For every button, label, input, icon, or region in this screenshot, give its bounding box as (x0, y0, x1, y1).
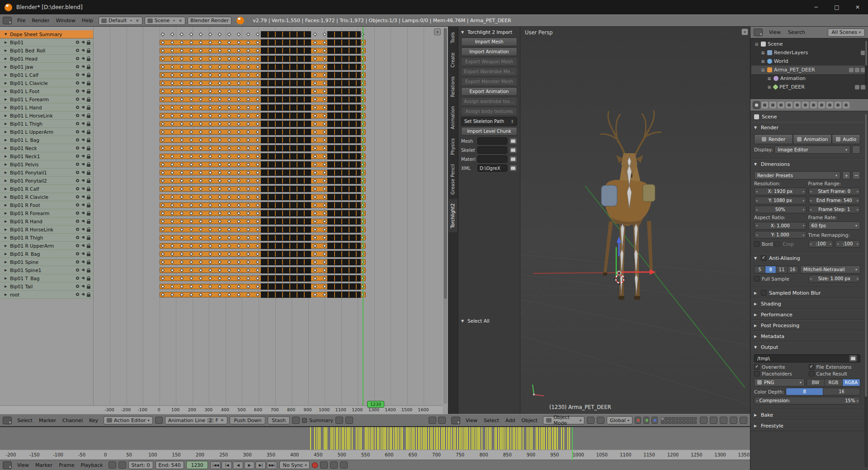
keyframe-diamond[interactable] (246, 293, 250, 296)
keyframe-diamond[interactable] (199, 81, 203, 85)
keyframe-diamond[interactable] (218, 49, 222, 52)
keyframe-diamond[interactable] (227, 163, 231, 166)
keyframe-diamond[interactable] (237, 293, 241, 296)
keyframe-diamond[interactable] (246, 146, 250, 150)
anti-aliasing-checkbox[interactable] (761, 255, 766, 261)
keyframe-diamond[interactable] (246, 57, 250, 61)
keyframe-diamond[interactable] (170, 228, 174, 231)
display-dropdown[interactable]: Image Editor ▾ (774, 146, 850, 154)
screen-layout-selector[interactable]: Default ＋ ✕ (99, 17, 142, 25)
keyframe-diamond[interactable] (161, 220, 165, 223)
start-frame-field[interactable]: Start: 0 (128, 461, 153, 469)
audio-button[interactable]: Audio (832, 134, 860, 144)
keyframe-diamond[interactable] (180, 98, 184, 101)
restrict-view-icon[interactable] (849, 68, 854, 72)
lock-icon[interactable] (87, 115, 90, 118)
channel-row[interactable]: ▶Bip01 L Clavicle (0, 79, 93, 87)
timeline-playhead[interactable] (572, 427, 573, 460)
keyframe-diamond[interactable] (170, 277, 174, 280)
keyframe-diamond[interactable] (237, 89, 241, 93)
render-presets-dropdown[interactable]: Render Presets ▾ (754, 171, 840, 179)
channel-row[interactable]: ▶Bip01 R UpperArm (0, 242, 93, 250)
tab-animation[interactable]: Animation (448, 102, 458, 133)
tab-render-layers-icon[interactable] (761, 102, 768, 108)
keyframe-diamond[interactable] (246, 49, 250, 52)
keyframe-diamond[interactable] (180, 41, 184, 44)
layer-dot[interactable] (686, 417, 689, 420)
lock-icon[interactable] (87, 42, 90, 45)
expand-icon[interactable]: ▶ (5, 65, 10, 69)
keyframe-diamond[interactable] (199, 171, 203, 174)
keyframe-diamond[interactable] (246, 171, 250, 174)
keyframe-diamond[interactable] (313, 228, 317, 231)
keyframe-diamond[interactable] (161, 81, 165, 85)
lock-icon[interactable] (87, 188, 90, 191)
keyframe-diamond[interactable] (208, 98, 212, 101)
layer-dot[interactable] (675, 417, 679, 420)
keyframe-diamond[interactable] (189, 285, 193, 288)
play-reverse-button[interactable]: ◀ (233, 461, 243, 469)
resolution-y-field[interactable]: Y: 1080 px (754, 197, 807, 204)
full-sample-checkbox[interactable] (754, 276, 760, 282)
speaker-icon[interactable] (81, 195, 85, 199)
keyframe-diamond[interactable] (237, 260, 241, 264)
play-button[interactable]: ▶ (244, 461, 255, 469)
keyframe-diamond[interactable] (199, 89, 203, 93)
expand-icon[interactable]: ▼ (5, 33, 10, 36)
wrench-icon[interactable] (76, 187, 79, 190)
menu-add[interactable]: Add (502, 417, 518, 424)
keyframe-diamond[interactable] (246, 114, 250, 118)
color-depth-16[interactable]: 16 (823, 388, 860, 395)
wrench-icon[interactable] (76, 244, 79, 247)
keyframe-diamond[interactable] (199, 73, 203, 77)
keyframe-diamond[interactable] (208, 41, 212, 44)
wrench-icon[interactable] (76, 212, 79, 215)
channel-row[interactable]: ▶Bip01 Spine1 (0, 266, 93, 274)
expand-icon[interactable]: ▶ (5, 57, 10, 61)
lock-icon[interactable] (87, 286, 90, 289)
expand-icon[interactable]: ▶ (5, 277, 10, 280)
panel-header[interactable]: ▶Post Processing (750, 320, 864, 330)
keyframe-diamond[interactable] (180, 228, 184, 231)
keyframe-diamond[interactable] (199, 65, 203, 69)
keyframe-diamond[interactable] (323, 41, 326, 44)
aa-filter-dropdown[interactable]: Mitchell-Netravali▾ (800, 265, 860, 273)
keyframe-diamond[interactable] (313, 212, 317, 215)
keyframe-diamond[interactable] (218, 114, 222, 118)
end-frame-field[interactable]: End Frame: 540 (808, 197, 861, 204)
expand-icon[interactable]: ▶ (5, 49, 10, 52)
keyframe-diamond[interactable] (208, 155, 212, 158)
wrench-icon[interactable] (76, 65, 79, 68)
keyframe-diamond[interactable] (189, 293, 193, 296)
keyframe-row[interactable] (94, 242, 443, 250)
keyframe-diamond[interactable] (180, 138, 184, 142)
menu-frame[interactable]: Frame (56, 461, 77, 469)
color-mode-rgb[interactable]: RGB (825, 379, 842, 386)
layer-dot[interactable] (683, 421, 686, 424)
keyframe-diamond[interactable] (161, 163, 165, 166)
keyframe-row[interactable] (94, 160, 443, 169)
keyframe-diamond[interactable] (180, 252, 184, 256)
layer-dot[interactable] (690, 421, 693, 424)
keyframe-diamond[interactable] (180, 114, 184, 118)
menu-render[interactable]: Render (28, 17, 52, 24)
keyframe-diamond[interactable] (208, 179, 212, 183)
keyframe-diamond[interactable] (227, 203, 231, 207)
tab-scene-icon[interactable] (769, 102, 776, 108)
delete-layout-icon[interactable]: ✕ (135, 19, 140, 23)
keyframe-diamond[interactable] (161, 268, 165, 272)
keyframe-diamond[interactable] (227, 252, 231, 256)
keyframe-diamond[interactable] (227, 33, 231, 36)
keyframe-diamond[interactable] (218, 220, 222, 223)
keyframe-diamond[interactable] (208, 268, 212, 272)
keyframe-diamond[interactable] (256, 65, 259, 69)
outliner-filter-dropdown[interactable]: All Scenes ▾ (828, 28, 865, 37)
keyframe-diamond[interactable] (208, 81, 212, 85)
keyframe-diamond[interactable] (313, 285, 317, 288)
channel-row[interactable]: ▶Bip01 Ponytail2 (0, 177, 93, 185)
keyframe-diamond[interactable] (218, 293, 222, 296)
menu-object[interactable]: Object (518, 417, 541, 424)
panel-header[interactable]: ▼ Torchlight 2 Import (461, 29, 517, 35)
keyframe-diamond[interactable] (208, 236, 212, 240)
keyframe-diamond[interactable] (227, 212, 231, 215)
